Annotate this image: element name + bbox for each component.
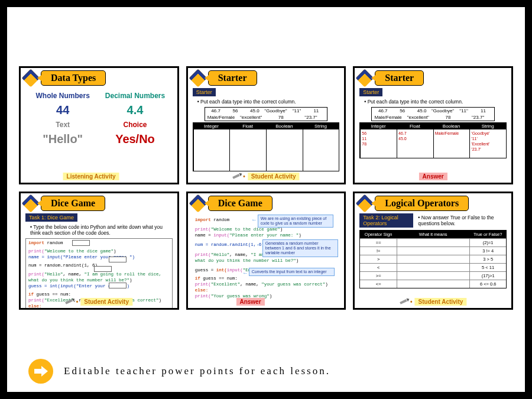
slide-title: Starter [208,70,257,86]
value-text: "Hello" [27,132,99,146]
footer: Editable teacher power points for each l… [28,359,504,384]
tag-student-activity: • Student Activity [232,172,299,180]
tag-answer: Answer [236,298,264,306]
slide-title: Dice Game [41,196,105,211]
instruction: Now answer True or False to the question… [418,215,507,226]
pencil-icon [231,171,242,182]
answer-box [72,240,90,246]
section-bar: Task 2: Logical Operators [359,213,413,228]
slide-title: Dice Game [208,196,273,211]
tag-listening: Listening Activity [63,173,119,180]
logical-ops-table: Operator Sign What it means True or Fals… [359,230,507,288]
slides-grid: Data Types Whole Numbers Decimal Numbers… [7,7,525,316]
tag-student-activity: • Student Activity [400,297,466,306]
tag-answer: Answer [419,173,447,180]
value-decimal: 4.4 [99,103,171,117]
section-bar: Starter [193,88,216,96]
section-bar: Starter [359,88,382,96]
instruction: Type the below code into Python and writ… [21,223,177,237]
value-whole: 44 [27,103,99,117]
instruction: Put each data type into the correct colu… [188,98,345,106]
pencil-icon [64,296,75,307]
category-table: Integer Float Boolean String [193,122,340,171]
code-block: import random print("Welcome to the dice… [193,216,340,300]
slide-dice-game-student: Dice Game Task 1: Dice Game Type the bel… [19,192,179,310]
answer-box [109,283,126,288]
tag-student-activity: • Student Activity [66,297,132,306]
answer-box [94,266,112,272]
section-bar: Task 1: Dice Game [25,213,77,222]
heading-choice: Choice [99,121,171,129]
annotation: Converts the input from text to an integ… [249,268,335,276]
category-table: Integer Float Boolean String 56 11 78 46… [359,122,507,158]
slide-dice-game-answer: Dice Game import random print("Welcome t… [186,192,346,310]
arrow-right-icon [28,359,53,384]
pencil-icon [398,296,410,307]
slide-starter-blank: Starter Starter Put each data type into … [186,66,346,184]
slide-starter-answer: Starter Starter Put each data type into … [353,66,513,184]
footer-text: Editable teacher power points for each l… [64,365,330,377]
instruction: Put each data type into the correct colu… [355,98,511,106]
heading-decimal: Decimal Numbers [99,92,171,100]
slide-title: Data Types [41,70,106,86]
annotation: We are re-using an existing piece of cod… [258,215,333,228]
slide-title: Logical Operators [375,196,469,211]
slide-title: Starter [375,70,424,86]
heading-whole: Whole Numbers [27,92,99,100]
data-pool-box: 46.7 56 45.0 "Goodbye" "11" 11 Male/Fema… [371,107,495,121]
value-choice: Yes/No [99,132,171,146]
data-pool-box: 46.7 56 45.0 "Goodbye" "11" 11 Male/Fema… [205,107,328,121]
heading-text: Text [27,121,99,129]
answer-box [109,257,126,262]
slide-logical-operators: Logical Operators Task 2: Logical Operat… [353,192,513,310]
slide-data-types: Data Types Whole Numbers Decimal Numbers… [19,66,179,184]
annotation: Generates a random number between 1 and … [262,239,338,257]
